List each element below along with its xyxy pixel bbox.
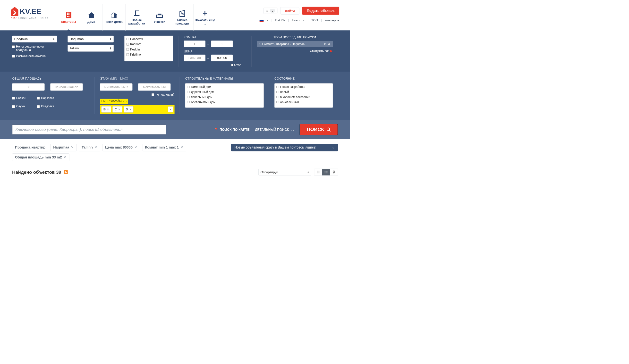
svg-line-18 — [329, 130, 330, 131]
svg-point-19 — [65, 173, 65, 173]
area-max-input[interactable] — [50, 83, 83, 91]
district-item[interactable]: Kristiine — [125, 52, 173, 57]
exchange-checkbox[interactable]: Возможность обмена — [12, 54, 57, 58]
materials-listbox[interactable]: каменный дом деревянный дом панельный до… — [185, 83, 264, 108]
condition-listbox[interactable]: Новая разработка новый в хорошем состоян… — [274, 83, 333, 108]
energy-tag-d[interactable]: D✕ — [124, 106, 133, 113]
login-button[interactable]: Войти — [281, 7, 300, 14]
material-item[interactable]: деревянный дом — [185, 89, 264, 94]
material-item[interactable]: бревенчатый дом — [185, 100, 264, 105]
mail-icon[interactable]: ✉ — [324, 42, 326, 46]
post-ad-button[interactable]: Подать объявл. — [302, 7, 339, 15]
region-select[interactable]: Harjumaa▲▼ — [67, 36, 114, 42]
filter-chip[interactable]: Продажа квартир — [12, 144, 48, 151]
close-icon[interactable]: ✕ — [180, 145, 183, 149]
condition-item[interactable]: обновлённый — [274, 100, 332, 105]
rooms-min-input[interactable] — [184, 40, 205, 47]
office-icon — [179, 10, 185, 17]
storage-checkbox[interactable]: Кладовка — [37, 105, 54, 108]
condition-item[interactable]: новый — [274, 89, 332, 94]
area-min-input[interactable] — [12, 83, 45, 91]
filter-chip[interactable]: Общая площадь min 33 m2✕ — [12, 153, 69, 161]
nav-more[interactable]: Показать ещё ... — [193, 4, 216, 31]
detailed-search-link[interactable]: ДЕТАЛЬНЫЙ ПОИСК︿ — [255, 127, 294, 132]
nav-plots[interactable]: Участки — [148, 4, 171, 31]
logo-icon — [11, 7, 18, 16]
chevron-down-icon: ▼ — [267, 19, 269, 22]
nav-new-dev[interactable]: Новые разработки — [126, 4, 148, 31]
filter-chip[interactable]: Цена max 80000✕ — [102, 144, 140, 151]
link-est-kv[interactable]: Est KV — [275, 18, 285, 22]
area-heading: ОБЩАЯ ПЛОЩАДЬ — [12, 77, 89, 80]
view-grid-button[interactable] — [314, 169, 322, 175]
plot-icon — [156, 12, 163, 18]
filter-chip[interactable]: Комнат min 1 max 1✕ — [142, 144, 186, 151]
floor-max-input[interactable] — [138, 83, 171, 91]
balcony-checkbox[interactable]: Балкон — [12, 96, 26, 100]
price-min-input[interactable] — [184, 55, 205, 61]
condition-item[interactable]: Новая разработка — [274, 84, 332, 89]
svg-rect-10 — [157, 15, 162, 17]
close-icon[interactable]: ⊗ — [328, 42, 330, 46]
energy-tag-b[interactable]: B✕ — [101, 106, 111, 113]
district-item[interactable]: Kesklinn — [125, 47, 173, 52]
rooms-max-input[interactable] — [211, 40, 233, 47]
owner-checkbox[interactable]: Непосредственно от владельца — [12, 45, 57, 52]
svg-rect-28 — [319, 173, 319, 173]
logo[interactable]: KV.EE NR.1KINNISVARAPORTAAL — [11, 4, 51, 20]
condition-item[interactable]: в хорошем состоянии — [274, 95, 332, 100]
keyword-input[interactable] — [12, 124, 166, 134]
sort-select[interactable]: Отсортируй▲▼ — [258, 169, 311, 175]
svg-rect-9 — [135, 10, 139, 11]
svg-rect-32 — [325, 172, 327, 172]
filter-chip[interactable]: Harjumaa✕ — [50, 144, 76, 151]
subscribe-banner[interactable]: Новые объявления сразу в Вашем почтовом … — [231, 144, 338, 151]
crane-icon — [133, 10, 140, 16]
close-icon[interactable]: ✕ — [63, 155, 66, 159]
link-top[interactable]: ТОП — [311, 18, 318, 22]
parking-checkbox[interactable]: Парковка — [37, 96, 54, 100]
svg-point-17 — [327, 128, 329, 130]
nav-apartments[interactable]: Квартиры — [57, 4, 80, 31]
rss-icon[interactable] — [64, 170, 68, 174]
svg-rect-20 — [317, 171, 317, 172]
not-last-checkbox[interactable]: не последний — [100, 93, 175, 96]
svg-line-12 — [181, 12, 183, 12]
close-icon[interactable]: ✕ — [94, 145, 97, 149]
favorites-count[interactable]: ☆0 — [264, 8, 277, 14]
logo-subtitle: NR.1KINNISVARAPORTAAL — [11, 17, 51, 20]
eur-m2-checkbox[interactable] — [231, 64, 233, 66]
floor-heading: ЭТАЖ (MIN - MAX) — [100, 77, 175, 80]
floor-min-input[interactable] — [100, 83, 133, 91]
view-list-button[interactable] — [322, 169, 330, 175]
results-count: Найдено объектов 39 — [12, 169, 61, 175]
city-select[interactable]: Tallinn▲▼ — [67, 45, 114, 52]
link-brokers[interactable]: маклеров — [325, 18, 339, 22]
energy-dropdown[interactable]: ▾ — [168, 107, 173, 112]
flag-icon[interactable] — [260, 19, 264, 22]
district-item[interactable]: Haabersti — [125, 37, 173, 42]
deal-type-select[interactable]: Продажа▲▼ — [12, 36, 57, 42]
chevron-down-icon: ⌄ — [332, 145, 335, 149]
energy-tags: B✕ C✕ D✕ ▾ — [100, 105, 175, 114]
price-max-input[interactable] — [211, 55, 233, 61]
search-button[interactable]: ПОИСК — [300, 124, 338, 135]
material-item[interactable]: панельный дом — [185, 95, 264, 100]
filter-chip[interactable]: Tallinn✕ — [79, 144, 100, 151]
close-icon[interactable]: ✕ — [71, 145, 74, 149]
view-map-button[interactable] — [330, 169, 338, 175]
recent-search-item[interactable]: 1-1 комнат - Квартира - Harjumaa ✉ ⊗ — [257, 41, 333, 47]
material-item[interactable]: каменный дом — [185, 84, 264, 89]
nav-houses[interactable]: Дома — [80, 4, 103, 31]
sauna-checkbox[interactable]: Сауна — [12, 105, 26, 108]
price-label: ЦЕНА — [184, 50, 241, 53]
district-listbox[interactable]: Haabersti Kadriorg Kesklinn Kristiine — [124, 36, 173, 61]
energy-tag-c[interactable]: C✕ — [112, 106, 122, 113]
see-all-link[interactable]: Смотреть все ▶ — [257, 49, 333, 53]
link-news[interactable]: Новости — [292, 18, 305, 22]
map-search-link[interactable]: 📍ПОИСК ПО КАРТЕ — [214, 128, 249, 131]
nav-business[interactable]: Бизнес площади — [171, 4, 194, 31]
nav-house-parts[interactable]: Части домов — [103, 4, 126, 31]
district-item[interactable]: Kadriorg — [125, 42, 173, 47]
close-icon[interactable]: ✕ — [134, 145, 137, 149]
